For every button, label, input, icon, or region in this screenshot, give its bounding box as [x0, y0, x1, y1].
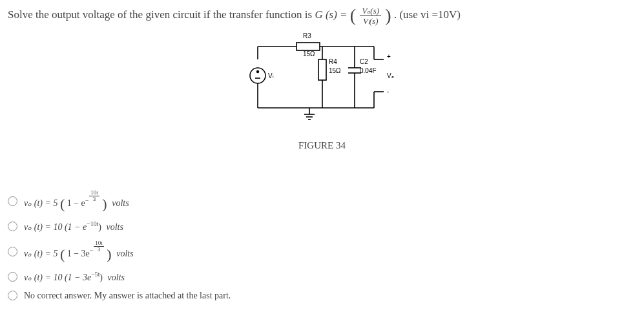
svg-rect-12 — [318, 59, 326, 80]
vo-label: Vₒ — [387, 72, 394, 79]
radio-icon[interactable] — [8, 272, 17, 282]
option-3-expr: vₒ (t) = 5 ( 1 − 3e−10t3 ) volts — [24, 240, 134, 263]
vo-minus: - — [387, 88, 389, 95]
radio-icon[interactable] — [8, 291, 17, 300]
svg-point-6 — [256, 70, 258, 73]
option-4-expr: vₒ (t) = 10 (1 − 3e−5t) volts — [24, 271, 125, 283]
r3-label: R3 — [303, 32, 311, 39]
option-5-text: No correct answer. My answer is attached… — [24, 291, 231, 301]
radio-icon[interactable] — [8, 196, 17, 206]
svg-point-5 — [250, 68, 265, 83]
option-2[interactable]: vₒ (t) = 10 (1 − e−10t) volts — [8, 220, 636, 233]
frac-den: Vᵢ(s) — [360, 16, 381, 25]
figure-caption: FIGURE 34 — [8, 140, 636, 151]
question-text: Solve the output voltage of the given ci… — [8, 6, 636, 25]
option-3[interactable]: vₒ (t) = 5 ( 1 − 3e−10t3 ) volts — [8, 240, 636, 263]
option-4[interactable]: vₒ (t) = 10 (1 − 3e−5t) volts — [8, 271, 636, 283]
c2-label: C2 — [360, 58, 368, 65]
figure-area: R3 15Ω Vᵢ R4 15Ω C2 0.04F + Vₒ - FIGURE … — [8, 30, 636, 151]
option-1-expr: vₒ (t) = 5 ( 1 − e−10t3 ) volts — [24, 190, 129, 213]
radio-icon[interactable] — [8, 222, 17, 231]
frac-num: Vₒ(s) — [360, 6, 381, 16]
transfer-fraction: Vₒ(s) Vᵢ(s) — [360, 6, 381, 25]
options-list: vₒ (t) = 5 ( 1 − e−10t3 ) volts vₒ (t) =… — [8, 190, 636, 301]
radio-icon[interactable] — [8, 247, 17, 256]
rparen: ) — [385, 8, 391, 23]
question-suffix: . (use vi =10V) — [394, 8, 461, 21]
question-prefix: Solve the output voltage of the given ci… — [8, 8, 315, 21]
vi-label: Vᵢ — [268, 72, 274, 79]
circuit-diagram: R3 15Ω Vᵢ R4 15Ω C2 0.04F + Vₒ - — [232, 30, 413, 134]
option-2-expr: vₒ (t) = 10 (1 − e−10t) volts — [24, 220, 123, 233]
svg-rect-2 — [296, 43, 320, 50]
r3-value: 15Ω — [303, 50, 315, 57]
gs-equals: G (s) = — [315, 8, 349, 21]
vo-plus: + — [387, 53, 391, 60]
lparen: ( — [350, 8, 356, 23]
r4-label: R4 — [329, 58, 337, 65]
r4-value: 15Ω — [329, 67, 341, 74]
option-5[interactable]: No correct answer. My answer is attached… — [8, 291, 636, 301]
option-1[interactable]: vₒ (t) = 5 ( 1 − e−10t3 ) volts — [8, 190, 636, 213]
c2-value: 0.04F — [360, 67, 377, 74]
